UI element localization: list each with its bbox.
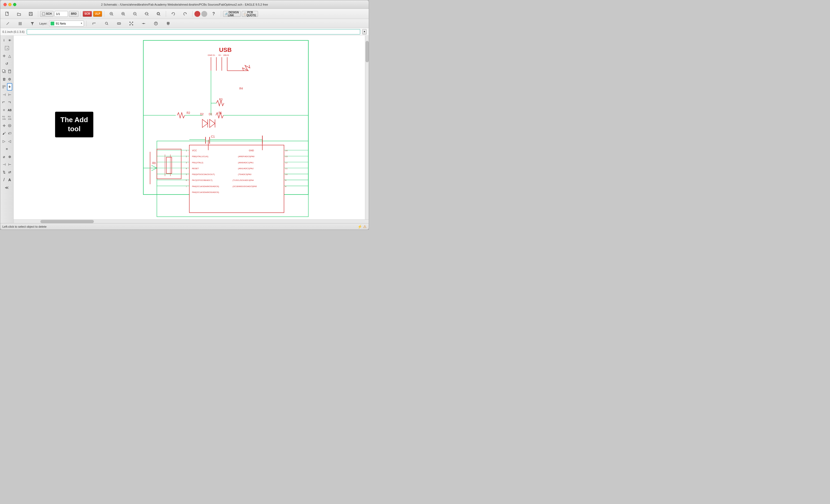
status-warn-icon[interactable]: ⚠ bbox=[363, 225, 366, 229]
cam-btn[interactable] bbox=[163, 20, 173, 27]
mirror-btn[interactable]: ⊢ bbox=[7, 91, 12, 98]
window-title: 2 Schematic - /Users/ahmedibrahim/Fab Ac… bbox=[101, 3, 268, 6]
right-scrollbar[interactable] bbox=[365, 36, 369, 220]
slash-btn[interactable]: / bbox=[1, 176, 7, 183]
net-add-btn[interactable]: + bbox=[1, 106, 7, 114]
svg-text:1: 1 bbox=[186, 149, 187, 152]
close-button[interactable] bbox=[3, 3, 7, 6]
design-link-btn[interactable]: 🔗 DESIGNLINK bbox=[223, 11, 241, 17]
statusbar: Left-click to select object to delete ⚡ … bbox=[0, 223, 369, 230]
right-scrollbar-thumb[interactable] bbox=[365, 41, 369, 62]
pin-left-btn[interactable]: ⊣ bbox=[1, 161, 7, 168]
lt-row-7: + bbox=[1, 83, 12, 91]
svg-text:PA6(OC1A/SDA/MOSI/ADC6): PA6(OC1A/SDA/MOSI/ADC6) bbox=[192, 191, 219, 194]
port-in-btn[interactable]: ▷ bbox=[1, 137, 7, 145]
bottom-scrollbar[interactable] bbox=[13, 220, 369, 223]
page-input[interactable] bbox=[55, 11, 68, 17]
svg-text:GND: GND bbox=[208, 54, 213, 56]
lt-row-6: 🗑 ⚙ bbox=[1, 75, 12, 83]
new-button[interactable] bbox=[2, 10, 12, 18]
zoom-select-btn[interactable] bbox=[101, 20, 112, 27]
lt-row-3: ✛ △ bbox=[1, 52, 12, 60]
r3-btn[interactable]: R310k bbox=[7, 114, 12, 122]
scr-badge[interactable]: SCR bbox=[83, 11, 92, 17]
zoom-zoom-btn[interactable] bbox=[118, 10, 129, 18]
svg-text:(T1/SCL/SCK/ADC4)PA4: (T1/SCL/SCK/ADC4)PA4 bbox=[233, 179, 254, 181]
undo-btn[interactable] bbox=[168, 10, 179, 18]
net-label-btn[interactable] bbox=[138, 20, 149, 27]
sch-badge[interactable]: SCH bbox=[40, 11, 54, 17]
minimize-button[interactable] bbox=[8, 3, 11, 6]
zoom-in-btn[interactable] bbox=[106, 10, 117, 18]
delete-btn[interactable]: 🗑 bbox=[1, 75, 7, 83]
svg-text:13: 13 bbox=[285, 155, 287, 158]
bus-btn[interactable]: ≡ bbox=[2, 145, 12, 153]
move-btn[interactable]: ✛ bbox=[1, 52, 7, 60]
wire-bend-btn[interactable] bbox=[89, 20, 100, 27]
svg-text:4: 4 bbox=[186, 167, 187, 170]
filter-btn[interactable] bbox=[27, 20, 38, 27]
show-ratsnest-btn[interactable] bbox=[126, 20, 137, 27]
pcb-quote-btn[interactable]: 📋 PCBQUOTE bbox=[242, 11, 258, 17]
svg-text:D+: D+ bbox=[219, 54, 221, 56]
info-btn[interactable]: i bbox=[1, 37, 7, 44]
zoom-out-btn[interactable] bbox=[130, 10, 140, 18]
redo-btn[interactable] bbox=[180, 10, 190, 18]
undo-action-btn[interactable]: ↺ bbox=[2, 60, 12, 67]
probe-btn[interactable]: ⌀ bbox=[1, 153, 7, 160]
text-add-btn[interactable]: AB bbox=[7, 106, 12, 114]
move-group-btn[interactable]: ✛ bbox=[1, 122, 7, 129]
zoom-area-btn[interactable] bbox=[153, 10, 164, 18]
add-component-btn[interactable] bbox=[1, 83, 7, 91]
add-net-btn[interactable]: + bbox=[7, 83, 12, 91]
edit-btn[interactable] bbox=[2, 20, 13, 27]
open-button[interactable] bbox=[13, 10, 24, 18]
layer-select[interactable]: 91 Nets ▼ bbox=[49, 21, 84, 27]
status-ok-icon[interactable]: ⚡ bbox=[357, 225, 362, 229]
junction-btn[interactable]: ⊕ bbox=[7, 153, 12, 160]
show-net-btn[interactable] bbox=[114, 20, 124, 27]
eye-btn[interactable]: 👁 bbox=[7, 37, 12, 44]
port-out-btn[interactable]: ◁ bbox=[7, 137, 12, 145]
r2-btn[interactable]: R210k bbox=[1, 114, 7, 122]
zoom-fit-btn[interactable] bbox=[141, 10, 152, 18]
ulp-badge[interactable]: ULP bbox=[93, 11, 102, 17]
help-btn[interactable]: ? bbox=[208, 10, 219, 18]
layer-color-swatch bbox=[51, 22, 54, 25]
wire-l-btn[interactable] bbox=[1, 99, 7, 106]
paint-btn[interactable]: 🖌 bbox=[1, 130, 7, 137]
paste-btn[interactable] bbox=[7, 68, 12, 75]
canvas-area[interactable]: The Add tool USB GND bbox=[13, 36, 365, 220]
circle-btn[interactable] bbox=[201, 11, 207, 17]
svg-rect-47 bbox=[2, 70, 4, 72]
left-right-btn[interactable]: ⇄ bbox=[7, 168, 12, 176]
layer-dropdown-arrow: ▼ bbox=[81, 22, 83, 25]
up-down-btn[interactable]: ⇅ bbox=[1, 168, 7, 176]
bottom-scrollbar-thumb[interactable] bbox=[40, 220, 94, 223]
expand-btn[interactable]: ≪ bbox=[2, 184, 12, 191]
rotate-btn[interactable]: △ bbox=[7, 52, 12, 60]
change-btn[interactable]: ⚙ bbox=[7, 75, 12, 83]
grid-btn[interactable] bbox=[15, 20, 25, 27]
select-area-btn[interactable] bbox=[2, 44, 12, 52]
cmd-dropdown[interactable]: ▼ bbox=[362, 29, 366, 34]
tag-btn[interactable]: 🏷 bbox=[7, 130, 12, 137]
main-window: 2 Schematic - /Users/ahmedibrahim/Fab Ac… bbox=[0, 0, 369, 230]
maximize-button[interactable] bbox=[13, 3, 16, 6]
drc-btn[interactable] bbox=[151, 20, 161, 27]
copy-btn[interactable] bbox=[1, 68, 7, 75]
stop-btn[interactable] bbox=[194, 11, 200, 17]
save-button[interactable] bbox=[25, 10, 36, 18]
group-copy-btn[interactable] bbox=[7, 122, 12, 129]
svg-text:VBUS: VBUS bbox=[223, 54, 229, 56]
svg-text:R4: R4 bbox=[239, 87, 243, 90]
pin-right-btn[interactable]: ⊢ bbox=[7, 161, 12, 168]
cmd-bar: 0.1 inch (0.1 3.6) ▼ bbox=[0, 28, 369, 36]
text-label-btn[interactable]: A bbox=[7, 176, 12, 183]
cmd-input[interactable] bbox=[27, 29, 360, 34]
split-btn[interactable]: ⊣ bbox=[1, 91, 7, 98]
cmd-label: 0.1 inch (0.1 3.6) bbox=[2, 30, 25, 33]
brd-badge[interactable]: BRD bbox=[69, 11, 78, 17]
tsep1 bbox=[86, 21, 87, 27]
wire-r-btn[interactable] bbox=[7, 99, 12, 106]
